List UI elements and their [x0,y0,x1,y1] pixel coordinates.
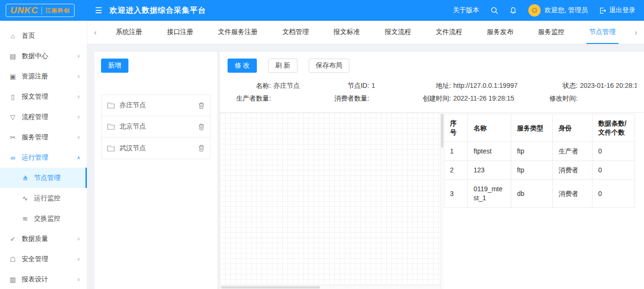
detail-toolbar: 修 改 刷 新 保存布局 [220,52,644,77]
topology-canvas[interactable] [220,113,440,289]
info-status: 状态:2023-01-16 20:28:13 [534,79,636,92]
scrollbar-thumb[interactable] [441,114,443,148]
sidebar-item-label: 数据中心 [22,52,77,60]
delete-icon[interactable] [198,102,204,109]
node-id-value: 1 [372,82,375,89]
chevron-down-icon: ∨ [77,94,80,99]
add-node-button[interactable]: 新增 [101,59,128,73]
table-row[interactable]: 1 ftptest ftp 生产者 0 [444,142,635,161]
logout-label: 退出登录 [609,6,636,15]
tab-message-flow[interactable]: 报文流程 [382,21,414,44]
folder-icon [107,145,115,152]
logo-box: UNKC 江南科创 [6,4,75,17]
tab-file-service-register[interactable]: 文件服务注册 [215,21,261,44]
lock-icon: ☖ [8,255,17,263]
folder-icon [107,123,115,130]
sidebar-item-security-manage[interactable]: ☖ 安全管理 ∨ [0,249,87,269]
node-id-label: 节点ID: [326,79,369,92]
info-create-time: 创建时间:2022-11-26 19:28:15 [407,92,534,105]
sidebar: ⌂ 首页 ▤ 数据中心 ∨ ▣ 资源注册 ∨ ▯ 报文管理 ∨ ▽ 流程管理 ∨… [0,21,87,289]
tab-interface-register[interactable]: 接口注册 [164,21,196,44]
sidebar-item-report-design[interactable]: ▥ 报表设计 ∨ [0,269,87,289]
table-header-role: 身份 [553,114,593,142]
table-header-row: 序号 名称 服务类型 身份 数据条数/文件个数 [444,114,635,142]
tab-system-register[interactable]: 系统注册 [113,21,145,44]
welcome-text: 欢迎您, 管理员 [544,6,588,15]
tab-message-standard[interactable]: 报文标准 [330,21,363,44]
funnel-icon: ▽ [8,113,17,121]
node-name: 亦庄节点 [119,101,198,110]
search-icon[interactable] [491,7,498,14]
menu-collapse-icon[interactable]: ☰ [95,6,102,16]
name-label: 名称: [228,79,271,92]
scrollbar-thumb[interactable] [221,286,320,289]
horizontal-scrollbar[interactable] [220,285,440,289]
cell-seq: 3 [444,180,468,208]
chevron-down-icon: ∨ [77,277,80,282]
sidebar-item-label: 流程管理 [22,113,77,121]
sidebar-item-service-manage[interactable]: ✂ 服务管理 ∨ [0,127,87,147]
tab-service-monitor[interactable]: 服务监控 [535,21,568,44]
edit-button[interactable]: 修 改 [228,59,257,73]
service-table-area: 序号 名称 服务类型 身份 数据条数/文件个数 1 ftptest ftp 生产 [444,113,644,289]
table-row[interactable]: 3 0119_mtest_1 db 消费者 0 [444,180,635,208]
address-label: 地址: [407,79,451,92]
cell-service-type: ftp [511,161,553,180]
table-row[interactable]: 2 123 ftp 消费者 0 [444,161,635,180]
bell-icon[interactable] [509,7,517,14]
sidebar-item-node-manage[interactable]: ⋔ 节点管理 [0,168,87,188]
logout-icon [599,7,606,14]
sidebar-item-flow-manage[interactable]: ▽ 流程管理 ∨ [0,107,87,127]
sidebar-item-run-monitor[interactable]: ∿ 运行监控 [0,188,87,208]
sidebar-item-data-quality[interactable]: ✓ 数据质量 ∨ [0,229,87,249]
scissors-icon: ✂ [8,134,17,141]
logo-subtext: 江南科创 [42,7,70,15]
node-list-item[interactable]: 亦庄节点 [102,95,210,116]
sidebar-item-exchange-monitor[interactable]: ≋ 交换监控 [0,208,87,229]
sidebar-item-data-center[interactable]: ▤ 数据中心 ∨ [0,46,87,66]
tab-bar: ‹ 系统注册 接口注册 文件服务注册 文档管理 报文标准 报文流程 文件流程 服… [87,21,644,44]
info-node-id: 节点ID:1 [326,79,407,92]
sitemap-icon: ⋔ [21,174,29,182]
sidebar-item-label: 首页 [22,32,80,40]
delete-icon[interactable] [198,123,204,130]
tabs-prev-arrow[interactable]: ‹ [87,21,103,44]
service-table: 序号 名称 服务类型 身份 数据条数/文件个数 1 ftptest ftp 生产 [444,114,635,208]
bar-chart-icon: ▥ [8,276,17,283]
consumer-count-label: 消费者数量: [326,92,369,105]
chevron-down-icon: ∨ [77,74,80,79]
vertical-scrollbar[interactable] [440,113,444,289]
avatar[interactable]: ☺ [528,4,541,17]
tab-node-manage[interactable]: 节点管理 [586,21,619,44]
node-list-item[interactable]: 武汉节点 [102,137,210,159]
node-list: 亦庄节点 北京节点 武汉节点 [101,94,211,159]
cell-name: ftptest [468,142,511,161]
node-list-item[interactable]: 北京节点 [102,116,210,137]
tab-doc-manage[interactable]: 文档管理 [280,21,312,44]
sidebar-item-resource-register[interactable]: ▣ 资源注册 ∨ [0,66,87,86]
cell-count: 0 [593,180,635,208]
sidebar-item-label: 数据质量 [22,235,77,243]
sidebar-item-message-manage[interactable]: ▯ 报文管理 ∨ [0,86,87,107]
info-name: 名称:亦庄节点 [228,79,326,92]
app-logo: UNKC 江南科创 [0,4,87,17]
tabs-next-arrow[interactable]: › [628,21,644,44]
folder-icon [107,102,115,109]
cell-name: 0119_mtest_1 [468,180,511,208]
chevron-down-icon: ∨ [77,256,80,262]
logout-button[interactable]: 退出登录 [599,6,636,15]
table-header-name: 名称 [468,114,511,142]
sidebar-item-home[interactable]: ⌂ 首页 [0,26,87,46]
page-title: 欢迎进入数据综合采集平台 [110,6,206,16]
info-producer-count: 生产者数量: [228,92,326,105]
producer-count-label: 生产者数量: [228,92,271,105]
delete-icon[interactable] [198,144,204,152]
sidebar-item-run-manage[interactable]: ∞ 运行管理 ∧ [0,147,87,168]
refresh-button[interactable]: 刷 新 [268,59,297,73]
about-version-link[interactable]: 关于版本 [453,6,479,15]
sidebar-item-label: 安全管理 [22,255,77,264]
save-layout-button[interactable]: 保存布局 [309,59,349,73]
tab-service-publish[interactable]: 服务发布 [484,21,516,44]
tab-file-flow[interactable]: 文件流程 [433,21,465,44]
line-chart-icon: ∿ [21,195,29,202]
